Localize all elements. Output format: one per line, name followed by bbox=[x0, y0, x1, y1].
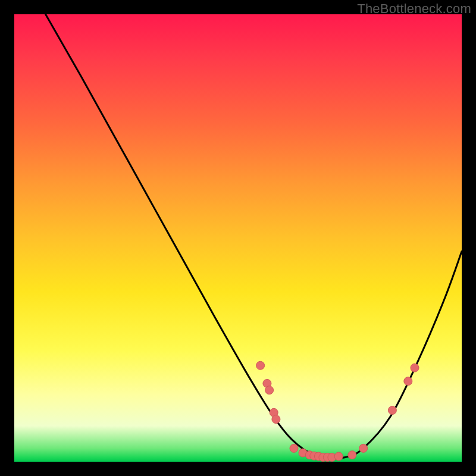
data-marker bbox=[265, 386, 274, 394]
data-marker bbox=[388, 406, 396, 415]
data-marker bbox=[334, 452, 343, 461]
data-marker bbox=[272, 415, 280, 424]
data-marker bbox=[359, 444, 368, 452]
data-marker bbox=[290, 444, 298, 452]
chart-frame bbox=[14, 14, 462, 462]
curve-layer bbox=[46, 14, 462, 458]
chart-svg bbox=[14, 14, 462, 462]
watermark-text: TheBottleneck.com bbox=[357, 1, 471, 17]
data-marker bbox=[411, 364, 419, 372]
plot-area bbox=[14, 14, 462, 462]
data-marker bbox=[256, 361, 265, 369]
data-marker bbox=[348, 451, 356, 459]
marker-layer bbox=[256, 361, 419, 461]
bottleneck-curve bbox=[46, 14, 462, 458]
data-marker bbox=[404, 377, 412, 386]
